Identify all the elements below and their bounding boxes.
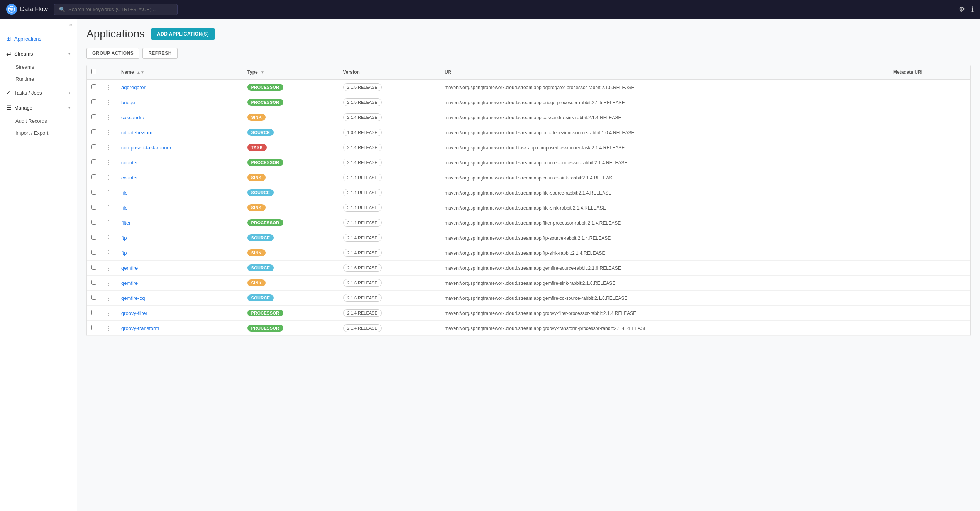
row-menu-dots[interactable]: ⋮: [106, 220, 112, 226]
row-menu-dots[interactable]: ⋮: [106, 99, 112, 106]
row-menu-dots[interactable]: ⋮: [106, 174, 112, 181]
type-badge: SINK: [247, 114, 266, 121]
sidebar-item-manage[interactable]: ☰ Manage ▾: [0, 100, 77, 115]
row-checkbox[interactable]: [91, 295, 96, 300]
row-checkbox[interactable]: [91, 265, 96, 270]
row-type-cell: SINK: [243, 170, 339, 185]
app-name-link[interactable]: gemfire: [121, 265, 138, 271]
search-input[interactable]: [68, 7, 169, 12]
row-checkbox[interactable]: [91, 84, 96, 89]
sidebar-sub-runtime[interactable]: Runtime: [0, 73, 77, 85]
version-badge: 2.1.5.RELEASE: [343, 83, 382, 91]
toolbar: GROUP ACTIONS REFRESH: [86, 48, 971, 59]
app-name-link[interactable]: file: [121, 190, 128, 196]
type-badge: SOURCE: [247, 294, 274, 301]
row-uri-cell: maven://org.springframework.cloud.stream…: [440, 155, 889, 170]
row-checkbox-cell: [87, 125, 101, 140]
applications-icon: ⊞: [6, 35, 11, 42]
gear-icon[interactable]: ⚙: [959, 5, 965, 14]
row-menu-dots[interactable]: ⋮: [106, 159, 112, 166]
search-box[interactable]: 🔍: [54, 4, 178, 15]
row-checkbox[interactable]: [91, 220, 96, 225]
row-checkbox[interactable]: [91, 99, 96, 104]
uri-text: maven://org.springframework.cloud.stream…: [445, 175, 615, 181]
row-uri-cell: maven://org.springframework.cloud.stream…: [440, 291, 889, 306]
table-row: ⋮ file SOURCE 2.1.4.RELEASE maven://org.…: [87, 185, 970, 200]
row-menu-dots[interactable]: ⋮: [106, 84, 112, 91]
app-name-link[interactable]: bridge: [121, 100, 135, 105]
app-name-link[interactable]: cassandra: [121, 115, 144, 120]
uri-text: maven://org.springframework.cloud.stream…: [445, 326, 647, 331]
row-menu-dots[interactable]: ⋮: [106, 114, 112, 121]
add-applications-button[interactable]: ADD APPLICATION(S): [151, 28, 215, 40]
row-menu-cell: ⋮: [101, 170, 117, 185]
row-menu-dots[interactable]: ⋮: [106, 205, 112, 211]
app-name-link[interactable]: file: [121, 205, 128, 211]
type-sort-icon[interactable]: ▼: [261, 70, 264, 74]
row-type-cell: PROCESSOR: [243, 95, 339, 110]
name-sort-icon[interactable]: ▲▼: [137, 70, 144, 74]
version-badge: 2.1.4.RELEASE: [343, 309, 382, 317]
row-checkbox[interactable]: [91, 250, 96, 255]
row-checkbox[interactable]: [91, 205, 96, 210]
row-uri-cell: maven://org.springframework.cloud.stream…: [440, 306, 889, 321]
refresh-button[interactable]: REFRESH: [142, 48, 178, 59]
info-icon[interactable]: ℹ: [971, 5, 974, 14]
row-menu-dots[interactable]: ⋮: [106, 144, 112, 151]
row-checkbox[interactable]: [91, 144, 96, 149]
header-menu-col: [101, 65, 117, 80]
app-name-link[interactable]: counter: [121, 160, 138, 166]
version-badge: 2.1.4.RELEASE: [343, 144, 382, 151]
row-menu-dots[interactable]: ⋮: [106, 310, 112, 316]
uri-text: maven://org.springframework.cloud.stream…: [445, 250, 605, 256]
row-checkbox[interactable]: [91, 159, 96, 164]
sidebar-item-streams[interactable]: ⇄ Streams ▾: [0, 46, 77, 61]
app-name-link[interactable]: gemfire-cq: [121, 295, 145, 301]
row-checkbox[interactable]: [91, 190, 96, 195]
sidebar-sub-audit-records[interactable]: Audit Records: [0, 115, 77, 127]
app-name-link[interactable]: filter: [121, 220, 131, 226]
row-menu-dots[interactable]: ⋮: [106, 235, 112, 241]
row-menu-cell: ⋮: [101, 215, 117, 230]
row-checkbox[interactable]: [91, 235, 96, 240]
row-name-cell: gemfire: [117, 276, 243, 291]
app-name-link[interactable]: aggregator: [121, 85, 146, 90]
row-uri-cell: maven://org.springframework.cloud.stream…: [440, 215, 889, 230]
row-checkbox[interactable]: [91, 325, 96, 330]
app-name-link[interactable]: groovy-filter: [121, 310, 147, 316]
sidebar-sub-streams[interactable]: Streams: [0, 61, 77, 73]
logo-icon: [6, 4, 17, 15]
app-name-link[interactable]: groovy-transform: [121, 325, 159, 331]
row-menu-dots[interactable]: ⋮: [106, 295, 112, 301]
sidebar-item-applications[interactable]: ⊞ Applications: [0, 31, 77, 46]
row-checkbox[interactable]: [91, 310, 96, 315]
sidebar-item-tasks[interactable]: ✓ Tasks / Jobs ›: [0, 85, 77, 100]
row-version-cell: 2.1.4.RELEASE: [339, 155, 440, 170]
row-checkbox-cell: [87, 306, 101, 321]
app-name-link[interactable]: ftp: [121, 250, 127, 256]
applications-table-container: Name ▲▼ Type ▼ Version URI: [86, 65, 971, 336]
app-name-link[interactable]: ftp: [121, 235, 127, 241]
tasks-chevron-icon: ›: [69, 90, 71, 95]
row-name-cell: ftp: [117, 245, 243, 261]
row-menu-dots[interactable]: ⋮: [106, 280, 112, 286]
row-menu-dots[interactable]: ⋮: [106, 190, 112, 196]
row-checkbox[interactable]: [91, 129, 96, 134]
app-name-link[interactable]: composed-task-runner: [121, 145, 171, 151]
row-menu-dots[interactable]: ⋮: [106, 265, 112, 271]
row-checkbox[interactable]: [91, 174, 96, 179]
app-name-link[interactable]: counter: [121, 175, 138, 181]
row-checkbox[interactable]: [91, 280, 96, 285]
sidebar-sub-import-export[interactable]: Import / Export: [0, 127, 77, 139]
app-name-link[interactable]: gemfire: [121, 280, 138, 286]
row-menu-dots[interactable]: ⋮: [106, 325, 112, 332]
row-checkbox[interactable]: [91, 114, 96, 119]
group-actions-button[interactable]: GROUP ACTIONS: [86, 48, 139, 59]
app-name-link[interactable]: cdc-debezium: [121, 130, 152, 135]
sidebar-collapse-button[interactable]: «: [69, 22, 72, 28]
row-menu-dots[interactable]: ⋮: [106, 250, 112, 256]
version-badge: 2.1.4.RELEASE: [343, 324, 382, 332]
row-name-cell: cdc-debezium: [117, 125, 243, 140]
row-menu-dots[interactable]: ⋮: [106, 129, 112, 136]
select-all-checkbox[interactable]: [91, 69, 96, 74]
